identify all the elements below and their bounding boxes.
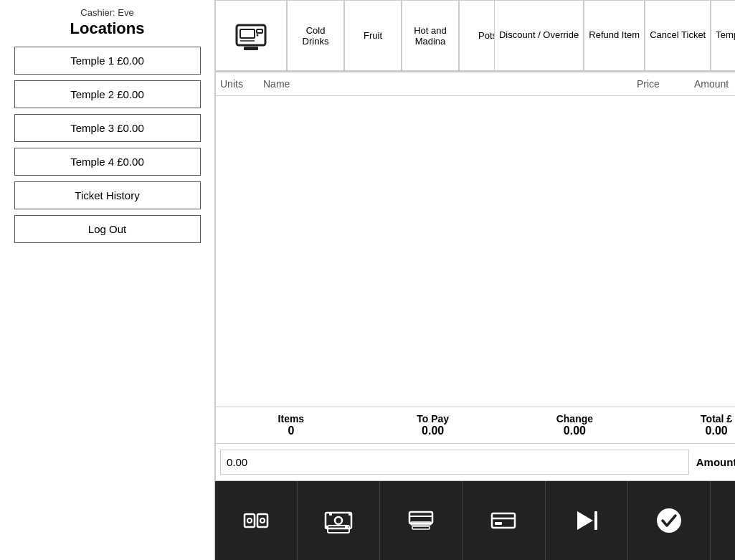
card-stacked-button[interactable] <box>380 481 463 560</box>
total-change: Change 0.00 <box>504 413 646 437</box>
temple-ticket-button[interactable]: Temple 1 #25902 <box>711 0 735 71</box>
print-button[interactable] <box>711 481 735 560</box>
topay-value: 0.00 <box>362 424 504 437</box>
location-temple3-button[interactable]: Temple 3 £0.00 <box>14 114 201 142</box>
category-buttons: Cold Drinks Fruit Hot and Madina Pots <box>287 0 494 71</box>
svg-rect-1 <box>240 29 255 38</box>
amount-tendered-input[interactable] <box>220 450 689 475</box>
total-total: Total £ 0.00 <box>645 413 735 437</box>
col-price: Price <box>637 78 694 90</box>
pos-register-icon <box>233 18 269 54</box>
total-label: Total £ <box>645 413 735 424</box>
sidebar: Cashier: Eve Locations Temple 1 £0.00 Te… <box>0 0 215 560</box>
top-bar: Cold Drinks Fruit Hot and Madina Pots Di… <box>215 0 735 72</box>
discount-override-button[interactable]: Discount / Override <box>494 0 584 71</box>
cash-split-icon <box>242 507 270 534</box>
next-button[interactable] <box>546 481 628 560</box>
cashier-label: Cashier: Eve <box>80 7 133 18</box>
order-panel: Units Name Price Amount Del Items 0 To P… <box>215 72 735 481</box>
change-value: 0.00 <box>504 424 646 437</box>
confirm-button[interactable] <box>628 481 711 560</box>
category-pots[interactable]: Pots <box>459 0 494 71</box>
category-hot-madina[interactable]: Hot and Madina <box>402 0 459 71</box>
total-items: Items 0 <box>220 413 362 437</box>
svg-rect-22 <box>412 526 430 529</box>
confirm-icon <box>655 506 683 535</box>
logout-button[interactable]: Log Out <box>14 215 201 243</box>
topay-label: To Pay <box>362 413 504 424</box>
next-icon <box>573 507 600 534</box>
svg-rect-7 <box>245 514 255 527</box>
amount-tendered-row: Amount Tendered <box>216 443 735 480</box>
svg-point-28 <box>657 508 681 533</box>
svg-rect-25 <box>495 522 502 525</box>
svg-rect-4 <box>244 47 258 50</box>
card-button[interactable] <box>463 481 545 560</box>
total-topay: To Pay 0.00 <box>362 413 504 437</box>
bottom-bar <box>215 481 735 560</box>
col-name: Name <box>263 78 637 90</box>
cash-split-button[interactable] <box>215 481 298 560</box>
svg-point-8 <box>247 518 252 523</box>
svg-point-5 <box>257 34 259 36</box>
svg-rect-13 <box>329 513 332 516</box>
svg-point-10 <box>260 518 265 523</box>
change-label: Change <box>504 413 646 424</box>
card-stacked-icon <box>407 506 435 535</box>
svg-rect-23 <box>492 513 515 528</box>
svg-rect-16 <box>348 513 351 516</box>
order-table-body <box>216 96 735 407</box>
category-cold-drinks[interactable]: Cold Drinks <box>287 0 344 71</box>
cancel-ticket-button[interactable]: Cancel Ticket <box>645 0 711 71</box>
location-temple2-button[interactable]: Temple 2 £0.00 <box>14 80 201 108</box>
col-amount: Amount <box>694 78 735 90</box>
ticket-history-button[interactable]: Ticket History <box>14 181 201 209</box>
refund-item-button[interactable]: Refund Item <box>584 0 645 71</box>
order-totals: Items 0 To Pay 0.00 Change 0.00 Total £ … <box>216 407 735 443</box>
location-temple4-button[interactable]: Temple 4 £0.00 <box>14 148 201 176</box>
svg-point-12 <box>335 517 342 524</box>
svg-marker-26 <box>577 511 593 530</box>
category-fruit[interactable]: Fruit <box>344 0 402 71</box>
items-label: Items <box>220 413 362 424</box>
main-area: Cold Drinks Fruit Hot and Madina Pots Di… <box>215 0 735 560</box>
order-table-header: Units Name Price Amount Del <box>216 72 735 96</box>
svg-rect-27 <box>594 511 597 530</box>
total-value: 0.00 <box>645 424 735 437</box>
locations-title: Locations <box>70 19 145 38</box>
col-units: Units <box>220 78 263 90</box>
items-value: 0 <box>220 424 362 437</box>
svg-rect-9 <box>257 514 267 527</box>
location-temple1-button[interactable]: Temple 1 £0.00 <box>14 47 201 75</box>
cash-icon <box>323 506 354 536</box>
card-icon <box>489 506 518 535</box>
cash-button[interactable] <box>298 481 380 560</box>
pos-register-button[interactable] <box>215 0 287 71</box>
content-area: Units Name Price Amount Del Items 0 To P… <box>215 72 735 481</box>
amount-tendered-label: Amount Tendered <box>696 456 735 468</box>
svg-rect-2 <box>257 29 262 33</box>
